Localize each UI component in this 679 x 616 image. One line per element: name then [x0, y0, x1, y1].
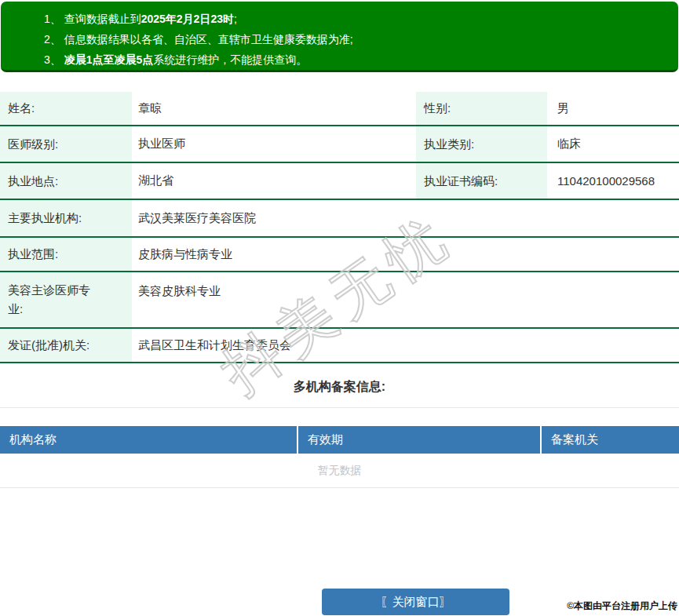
notice-text: 信息数据结果以各省、自治区、直辖市卫生健康委数据为准;	[64, 33, 353, 46]
column-header-validity-period: 有效期	[298, 426, 542, 454]
field-value-cert-number: 110420100029568	[547, 174, 679, 188]
notice-bold-text: 2025年2月2日23时	[141, 13, 234, 25]
column-header-registration-authority: 备案机关	[542, 426, 679, 454]
notice-text: 系统进行维护，不能提供查询。	[153, 53, 307, 66]
notice-text: 查询数据截止到	[64, 13, 141, 25]
profile-row-practice-scope: 执业范围: 皮肤病与性病专业	[0, 238, 679, 272]
notice-num: 2、	[44, 33, 64, 46]
field-value-gender: 男	[547, 101, 679, 116]
notice-text: ;	[234, 13, 237, 25]
field-value-cosmetic-specialty: 美容皮肤科专业	[132, 272, 679, 299]
field-label-practice-scope: 执业范围:	[0, 238, 132, 271]
field-value-practice-category: 临床	[547, 137, 679, 151]
close-window-button[interactable]: 〖关闭窗口〗	[322, 589, 509, 615]
field-label-doctor-level: 医师级别:	[0, 126, 132, 162]
field-value-name: 章晾	[132, 101, 416, 116]
field-label-main-institution: 主要执业机构:	[0, 200, 132, 236]
profile-row-cosmetic-specialty: 美容主诊医师专业: 美容皮肤科专业	[0, 272, 679, 329]
empty-data-placeholder: 暂无数据	[0, 454, 679, 488]
notice-num: 3、	[44, 53, 64, 66]
field-value-practice-location: 湖北省	[132, 173, 416, 188]
notice-line-2: 2、 信息数据结果以各省、自治区、直辖市卫生健康委数据为准;	[44, 29, 678, 49]
field-label-cert-number: 执业证书编码:	[416, 163, 547, 199]
profile-row-level-category: 医师级别: 执业医师 执业类别: 临床	[0, 126, 679, 163]
profile-row-name-gender: 姓名: 章晾 性别: 男	[0, 92, 679, 126]
notice-line-1: 1、 查询数据截止到2025年2月2日23时;	[44, 9, 678, 29]
copyright-stamp: ©本图由平台注册用户上传	[567, 600, 677, 613]
multi-institution-section-title: 多机构备案信息:	[0, 363, 679, 408]
field-label-gender: 性别:	[416, 92, 547, 125]
notice-line-3: 3、 凌晨1点至凌晨5点系统进行维护，不能提供查询。	[44, 49, 678, 70]
registration-table-header: 机构名称 有效期 备案机关	[0, 426, 679, 454]
field-label-issuing-authority: 发证(批准)机关:	[0, 329, 132, 362]
registration-table: 机构名称 有效期 备案机关 暂无数据	[0, 426, 679, 488]
notice-num: 1、	[44, 13, 64, 25]
column-header-institution-name: 机构名称	[0, 426, 298, 454]
field-label-name: 姓名:	[0, 92, 132, 125]
notice-bold-text: 凌晨1点至凌晨5点	[64, 53, 154, 66]
field-value-issuing-authority: 武昌区卫生和计划生育委员会	[132, 338, 679, 353]
profile-row-main-institution: 主要执业机构: 武汉美莱医疗美容医院	[0, 200, 679, 238]
notice-banner: 1、 查询数据截止到2025年2月2日23时; 2、 信息数据结果以各省、自治区…	[1, 2, 678, 72]
field-label-practice-location: 执业地点:	[0, 163, 132, 199]
field-value-doctor-level: 执业医师	[132, 137, 416, 151]
profile-table: 姓名: 章晾 性别: 男 医师级别: 执业医师 执业类别: 临床 执业地点: 湖…	[0, 92, 679, 363]
profile-row-location-cert: 执业地点: 湖北省 执业证书编码: 110420100029568	[0, 163, 679, 200]
profile-row-issuing-authority: 发证(批准)机关: 武昌区卫生和计划生育委员会	[0, 329, 679, 363]
field-label-cosmetic-specialty: 美容主诊医师专业:	[0, 272, 132, 327]
field-value-practice-scope: 皮肤病与性病专业	[132, 247, 679, 262]
field-label-practice-category: 执业类别:	[416, 126, 547, 162]
field-value-main-institution: 武汉美莱医疗美容医院	[132, 211, 679, 226]
